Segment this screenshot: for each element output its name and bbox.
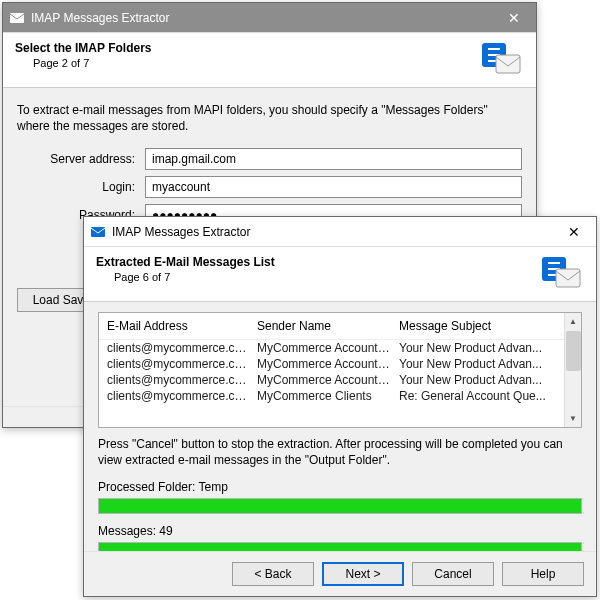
cell-subject: Your New Product Advan... bbox=[399, 357, 556, 371]
col-sender[interactable]: Sender Name bbox=[257, 319, 399, 333]
wizard-step-title: Extracted E-Mail Messages List bbox=[96, 255, 540, 269]
messages-table: E-Mail Address Sender Name Message Subje… bbox=[98, 312, 582, 428]
cell-subject: Re: General Account Que... bbox=[399, 389, 556, 403]
svg-rect-0 bbox=[10, 13, 24, 23]
cell-email: clients@mycommerce.com bbox=[107, 389, 257, 403]
exchange-mail-icon bbox=[540, 255, 584, 291]
folder-progress bbox=[98, 498, 582, 514]
cell-sender: MyCommerce Clients bbox=[257, 389, 399, 403]
table-row[interactable]: clients@mycommerce.comMyCommerce Account… bbox=[99, 372, 564, 388]
wizard-step-sub: Page 2 of 7 bbox=[15, 57, 480, 69]
wizard-header: Extracted E-Mail Messages List Page 6 of… bbox=[84, 247, 596, 302]
close-button[interactable]: ✕ bbox=[492, 4, 536, 32]
extraction-hint: Press "Cancel" button to stop the extrac… bbox=[98, 436, 582, 468]
server-address-input[interactable] bbox=[145, 148, 522, 170]
cell-subject: Your New Product Advan... bbox=[399, 373, 556, 387]
titlebar[interactable]: IMAP Messages Extractor ✕ bbox=[3, 3, 536, 33]
wizard-bottom-bar: < Back Next > Cancel Help bbox=[84, 551, 596, 596]
cell-email: clients@mycommerce.com bbox=[107, 373, 257, 387]
wizard-step-title: Select the IMAP Folders bbox=[15, 41, 480, 55]
col-subject[interactable]: Message Subject bbox=[399, 319, 556, 333]
intro-text: To extract e-mail messages from MAPI fol… bbox=[17, 102, 522, 134]
login-label: Login: bbox=[17, 180, 145, 194]
cell-email: clients@mycommerce.com bbox=[107, 357, 257, 371]
scroll-track[interactable] bbox=[565, 372, 581, 410]
wizard-step-sub: Page 6 of 7 bbox=[96, 271, 540, 283]
cell-sender: MyCommerce Accounts D... bbox=[257, 357, 399, 371]
scroll-thumb[interactable] bbox=[566, 331, 581, 371]
next-button[interactable]: Next > bbox=[322, 562, 404, 586]
cell-sender: MyCommerce Accounts D... bbox=[257, 341, 399, 355]
back-button[interactable]: < Back bbox=[232, 562, 314, 586]
app-icon bbox=[9, 10, 25, 26]
processed-folder-label: Processed Folder: Temp bbox=[98, 480, 582, 494]
table-row[interactable]: clients@mycommerce.comMyCommerce Clients… bbox=[99, 388, 564, 404]
help-button[interactable]: Help bbox=[502, 562, 584, 586]
table-header: E-Mail Address Sender Name Message Subje… bbox=[99, 313, 564, 340]
server-address-label: Server address: bbox=[17, 152, 145, 166]
cell-sender: MyCommerce Accounts D... bbox=[257, 373, 399, 387]
vertical-scrollbar[interactable]: ▲ ▼ bbox=[564, 313, 581, 427]
wizard-header: Select the IMAP Folders Page 2 of 7 bbox=[3, 33, 536, 88]
wizard-window-page6: IMAP Messages Extractor ✕ Extracted E-Ma… bbox=[83, 216, 597, 597]
col-email[interactable]: E-Mail Address bbox=[107, 319, 257, 333]
close-button[interactable]: ✕ bbox=[552, 218, 596, 246]
titlebar[interactable]: IMAP Messages Extractor ✕ bbox=[84, 217, 596, 247]
table-row[interactable]: clients@mycommerce.comMyCommerce Account… bbox=[99, 340, 564, 356]
svg-rect-2 bbox=[496, 55, 520, 73]
scroll-up-icon[interactable]: ▲ bbox=[565, 313, 581, 330]
app-icon bbox=[90, 224, 106, 240]
svg-rect-3 bbox=[91, 227, 105, 237]
window-title: IMAP Messages Extractor bbox=[112, 225, 552, 239]
window-title: IMAP Messages Extractor bbox=[31, 11, 492, 25]
scroll-down-icon[interactable]: ▼ bbox=[565, 410, 581, 427]
table-row[interactable]: clients@mycommerce.comMyCommerce Account… bbox=[99, 356, 564, 372]
cell-email: clients@mycommerce.com bbox=[107, 341, 257, 355]
close-icon: ✕ bbox=[508, 10, 520, 26]
cancel-button[interactable]: Cancel bbox=[412, 562, 494, 586]
svg-rect-5 bbox=[556, 269, 580, 287]
login-input[interactable] bbox=[145, 176, 522, 198]
close-icon: ✕ bbox=[568, 224, 580, 240]
messages-count-label: Messages: 49 bbox=[98, 524, 582, 538]
exchange-mail-icon bbox=[480, 41, 524, 77]
cell-subject: Your New Product Advan... bbox=[399, 341, 556, 355]
